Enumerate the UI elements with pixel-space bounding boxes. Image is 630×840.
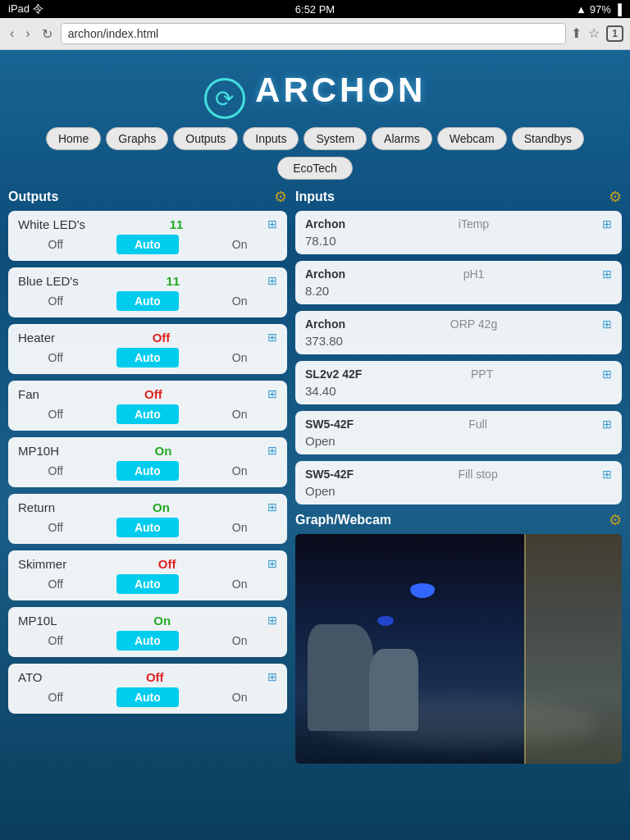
output-off-fan[interactable]: Off [42, 406, 70, 422]
output-on-fan[interactable]: On [226, 406, 254, 422]
output-on-skimmer[interactable]: On [226, 576, 254, 592]
graph-gear-icon[interactable]: ⚙ [609, 511, 622, 529]
output-on-mp10h[interactable]: On [226, 463, 254, 479]
battery-indicator: ▐ [614, 3, 622, 16]
output-auto-ato[interactable]: Auto [116, 687, 179, 707]
aquarium-right-pane [524, 534, 622, 764]
webcam-image[interactable] [295, 534, 622, 764]
coral-left [308, 624, 373, 731]
url-bar[interactable] [61, 23, 567, 44]
output-settings-icon-white-leds[interactable]: ⊞ [267, 217, 277, 231]
nav-system[interactable]: System [304, 127, 367, 150]
output-off-blue-leds[interactable]: Off [42, 293, 70, 309]
output-auto-fan[interactable]: Auto [116, 404, 179, 424]
output-off-ato[interactable]: Off [42, 689, 70, 705]
output-off-return[interactable]: Off [42, 519, 70, 536]
input-card-ph1: Archon pH1 ⊞ 8.20 [295, 261, 622, 304]
output-settings-icon-heater[interactable]: ⊞ [267, 331, 277, 344]
inputs-header: Inputs ⚙ [295, 188, 622, 206]
input-settings-icon-ppt[interactable]: ⊞ [602, 368, 612, 381]
output-on-white-leds[interactable]: On [226, 236, 254, 253]
output-settings-icon-mp10l[interactable]: ⊞ [267, 614, 277, 627]
input-settings-icon-full[interactable]: ⊞ [602, 418, 612, 431]
output-auto-return[interactable]: Auto [116, 518, 179, 537]
input-sensor-itemp: iTemp [459, 217, 489, 231]
graph-title: Graph/Webcam [295, 513, 391, 527]
inputs-gear-icon[interactable]: ⚙ [609, 188, 622, 206]
bookmark-icon[interactable]: ☆ [588, 25, 600, 42]
input-settings-icon-orp[interactable]: ⊞ [602, 317, 612, 331]
logo-area: ARCHON [8, 58, 622, 127]
share-icon[interactable]: ⬆ [571, 25, 582, 42]
output-off-mp10l[interactable]: Off [42, 632, 70, 649]
output-value-fan: Off [144, 387, 162, 401]
output-card-blue-leds: Blue LED's 11 ⊞ Off Auto On [8, 267, 287, 317]
input-source-ph1: Archon [305, 267, 345, 281]
output-on-return[interactable]: On [226, 519, 254, 536]
output-value-return: On [153, 500, 170, 514]
output-auto-blue-leds[interactable]: Auto [116, 291, 179, 311]
nav-standbys[interactable]: Standbys [512, 127, 584, 150]
outputs-title: Outputs [8, 189, 58, 204]
nav-webcam[interactable]: Webcam [437, 127, 507, 150]
input-value-ph1: 8.20 [305, 284, 612, 298]
input-card-orp: Archon ORP 42g ⊞ 373.80 [295, 311, 622, 354]
nav-outputs[interactable]: Outputs [173, 127, 238, 150]
output-on-heater[interactable]: On [226, 349, 254, 366]
output-value-skimmer: Off [158, 557, 176, 571]
output-value-mp10h: On [155, 444, 172, 458]
input-card-itemp: Archon iTemp ⊞ 78.10 [295, 211, 622, 254]
status-time: 6:52 PM [295, 3, 335, 16]
tab-count[interactable]: 1 [606, 25, 623, 42]
output-settings-icon-blue-leds[interactable]: ⊞ [267, 274, 277, 287]
status-left: iPad 令 [8, 2, 43, 16]
nav-inputs[interactable]: Inputs [243, 127, 299, 150]
output-auto-white-leds[interactable]: Auto [116, 235, 179, 254]
output-label-return: Return [18, 500, 55, 514]
output-auto-heater[interactable]: Auto [116, 348, 179, 368]
output-settings-icon-return[interactable]: ⊞ [267, 500, 277, 514]
output-off-heater[interactable]: Off [42, 349, 70, 366]
nav-alarms[interactable]: Alarms [372, 127, 432, 150]
graph-webcam-section: Graph/Webcam ⚙ [295, 511, 622, 764]
input-card-fillstop: SW5-42F Fill stop ⊞ Open [295, 461, 622, 504]
output-off-mp10h[interactable]: Off [42, 463, 70, 479]
input-value-ppt: 34.40 [305, 384, 612, 398]
input-source-itemp: Archon [305, 217, 345, 231]
output-card-mp10h: MP10H On ⊞ Off Auto On [8, 437, 287, 487]
output-on-blue-leds[interactable]: On [226, 293, 254, 309]
output-settings-icon-mp10h[interactable]: ⊞ [267, 444, 277, 457]
nav-graphs[interactable]: Graphs [106, 127, 168, 150]
input-source-fillstop: SW5-42F [305, 468, 354, 481]
input-source-full: SW5-42F [305, 418, 354, 431]
input-value-orp: 373.80 [305, 334, 612, 348]
refresh-button[interactable]: ↻ [39, 25, 56, 43]
output-on-ato[interactable]: On [226, 689, 254, 705]
output-on-mp10l[interactable]: On [226, 632, 254, 649]
logo-circle [204, 78, 245, 119]
output-settings-icon-ato[interactable]: ⊞ [267, 670, 277, 683]
back-button[interactable]: ‹ [7, 25, 17, 43]
output-off-white-leds[interactable]: Off [42, 236, 70, 253]
input-settings-icon-itemp[interactable]: ⊞ [602, 217, 612, 231]
output-auto-mp10l[interactable]: Auto [116, 631, 179, 651]
outputs-header: Outputs ⚙ [8, 188, 287, 206]
output-label-blue-leds: Blue LED's [18, 274, 79, 288]
outputs-gear-icon[interactable]: ⚙ [274, 188, 287, 206]
nav-ecotech[interactable]: EcoTech [277, 157, 353, 180]
input-settings-icon-ph1[interactable]: ⊞ [602, 267, 612, 281]
nav-home[interactable]: Home [46, 127, 101, 150]
aquarium-background [295, 534, 622, 764]
browser-actions: ⬆ ☆ 1 [571, 25, 623, 42]
output-settings-icon-skimmer[interactable]: ⊞ [267, 557, 277, 570]
outputs-column: Outputs ⚙ White LED's 11 ⊞ Off Auto On [8, 188, 287, 764]
output-value-heater: Off [153, 331, 171, 345]
input-settings-icon-fillstop[interactable]: ⊞ [602, 468, 612, 481]
output-off-skimmer[interactable]: Off [42, 576, 70, 592]
forward-button[interactable]: › [22, 25, 33, 43]
battery-icon: ▲ [576, 3, 587, 16]
output-auto-skimmer[interactable]: Auto [116, 574, 179, 594]
output-auto-mp10h[interactable]: Auto [116, 461, 179, 481]
input-source-orp: Archon [305, 317, 345, 331]
output-settings-icon-fan[interactable]: ⊞ [267, 387, 277, 400]
